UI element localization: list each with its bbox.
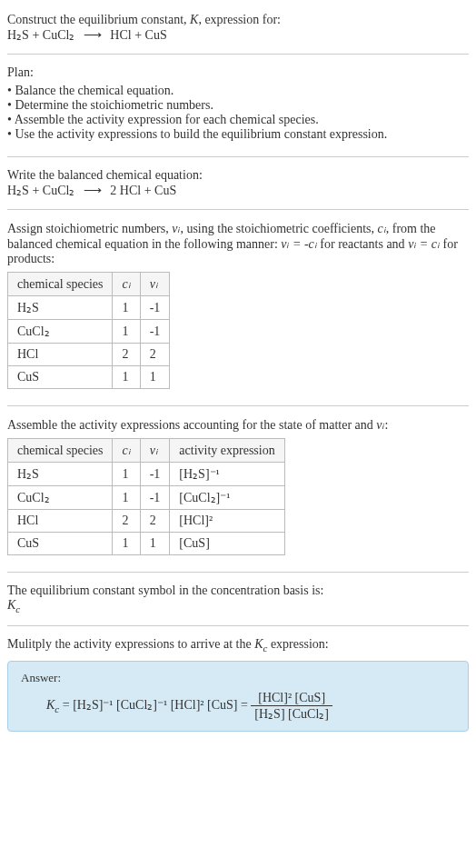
table-row: H₂S1-1[H₂S]⁻¹ (8, 463, 285, 486)
th-species: chemical species (8, 439, 113, 463)
basis-section: The equilibrium constant symbol in the c… (7, 578, 469, 620)
cell: HCl (8, 510, 113, 533)
cell: [HCl]² (170, 510, 284, 533)
intro-equation: H₂S + CuCl₂ ⟶ HCl + CuS (7, 28, 167, 42)
arrow-icon: ⟶ (84, 27, 102, 43)
eq-lhs: H₂S + CuCl₂ (7, 184, 74, 197)
plan-item: Assemble the activity expression for eac… (7, 113, 469, 127)
rel2: νᵢ = cᵢ (408, 237, 440, 251)
cell: 1 (140, 366, 170, 389)
divider (7, 54, 469, 55)
fraction-denominator: [H₂S] [CuCl₂] (251, 706, 332, 722)
kc-k: K (7, 598, 15, 612)
cell: -1 (140, 320, 170, 344)
balanced-label: Write the balanced chemical equation: (7, 168, 469, 183)
nu-i: νᵢ (376, 418, 384, 432)
cell: CuS (8, 366, 113, 389)
table-row: H₂S1-1 (8, 296, 170, 320)
cell: 1 (113, 296, 140, 320)
kc: Kc (46, 698, 59, 712)
stoich-text: for reactants and (317, 237, 408, 251)
cell: [CuS] (170, 533, 284, 555)
cell: -1 (140, 463, 170, 486)
activity-text: Assemble the activity expressions accoun… (7, 418, 376, 432)
cell: 2 (140, 344, 170, 366)
activity-section: Assemble the activity expressions accoun… (7, 412, 469, 566)
basis-text: The equilibrium constant symbol in the c… (7, 584, 469, 598)
cell: -1 (140, 486, 170, 510)
stoich-table: chemical species cᵢ νᵢ H₂S1-1 CuCl₂1-1 H… (7, 272, 170, 389)
table-header-row: chemical species cᵢ νᵢ activity expressi… (8, 439, 285, 463)
cell: 1 (140, 533, 170, 555)
divider (7, 405, 469, 406)
balanced-equation: H₂S + CuCl₂ ⟶ 2 HCl + CuS (7, 184, 176, 197)
cell: [H₂S]⁻¹ (170, 463, 284, 486)
divider (7, 625, 469, 626)
plan-item: Balance the chemical equation. (7, 84, 469, 98)
th-species: chemical species (8, 273, 113, 296)
table-row: HCl22[HCl]² (8, 510, 285, 533)
multiply-text: expression: (267, 637, 328, 651)
kc-k: K (254, 637, 263, 651)
cell: [CuCl₂]⁻¹ (170, 486, 284, 510)
intro-text-a: Construct the equilibrium constant, (7, 13, 190, 26)
eq-rhs: 2 HCl + CuS (110, 184, 176, 197)
th-ci: cᵢ (113, 439, 140, 463)
kc-symbol: Kc (7, 598, 20, 612)
answer-box: Answer: Kc = [H₂S]⁻¹ [CuCl₂]⁻¹ [HCl]² [C… (7, 661, 469, 732)
eq-rhs: HCl + CuS (110, 28, 166, 42)
cell: CuCl₂ (8, 320, 113, 344)
th-nui: νᵢ (140, 439, 170, 463)
table-row: CuCl₂1-1 (8, 320, 170, 344)
plan-list: Balance the chemical equation. Determine… (7, 84, 469, 142)
answer-label: Answer: (21, 671, 455, 685)
activity-text: : (385, 418, 389, 432)
stoich-text: , using the stoichiometric coefficients, (180, 222, 377, 235)
divider (7, 156, 469, 157)
cell: 1 (113, 366, 140, 389)
cell: H₂S (8, 296, 113, 320)
arrow-icon: ⟶ (84, 183, 102, 198)
multiply-section: Mulitply the activity expressions to arr… (7, 632, 469, 737)
plan-item: Determine the stoichiometric numbers. (7, 98, 469, 113)
cell: 1 (113, 320, 140, 344)
kc-k: K (46, 698, 55, 712)
cell: 2 (113, 510, 140, 533)
cell: 1 (113, 533, 140, 555)
plan-title: Plan: (7, 65, 469, 80)
fraction-numerator: [HCl]² [CuS] (251, 691, 332, 706)
cell: HCl (8, 344, 113, 366)
stoich-section: Assign stoichiometric numbers, νᵢ, using… (7, 215, 469, 400)
cell: -1 (140, 296, 170, 320)
th-ci: cᵢ (113, 273, 140, 296)
cell: 1 (113, 463, 140, 486)
divider (7, 572, 469, 573)
cell: 2 (113, 344, 140, 366)
eq-lhs: H₂S + CuCl₂ (7, 28, 74, 42)
kc-expression: Kc = [H₂S]⁻¹ [CuCl₂]⁻¹ [HCl]² [CuS] = [H… (21, 691, 455, 722)
table-row: CuCl₂1-1[CuCl₂]⁻¹ (8, 486, 285, 510)
table-row: CuS11 (8, 366, 170, 389)
cell: CuCl₂ (8, 486, 113, 510)
c-i: cᵢ (378, 222, 386, 235)
intro-text-b: , expression for: (198, 13, 281, 26)
cell: H₂S (8, 463, 113, 486)
activity-table: chemical species cᵢ νᵢ activity expressi… (7, 438, 285, 555)
cell: 2 (140, 510, 170, 533)
cell: CuS (8, 533, 113, 555)
stoich-text: Assign stoichiometric numbers, (7, 222, 172, 235)
table-row: HCl22 (8, 344, 170, 366)
cell: 1 (113, 486, 140, 510)
table-row: CuS11[CuS] (8, 533, 285, 555)
kc-sub: c (15, 604, 20, 614)
multiply-text: Mulitply the activity expressions to arr… (7, 637, 254, 651)
fraction: [HCl]² [CuS][H₂S] [CuCl₂] (251, 691, 332, 722)
kc: Kc (254, 637, 267, 651)
intro-k: K (190, 13, 198, 26)
kc-eq: = [H₂S]⁻¹ [CuCl₂]⁻¹ [HCl]² [CuS] = (59, 698, 251, 712)
th-nui: νᵢ (140, 273, 170, 296)
intro-section: Construct the equilibrium constant, K, e… (7, 7, 469, 48)
rel1: νᵢ = -cᵢ (281, 237, 317, 251)
plan-section: Plan: Balance the chemical equation. Det… (7, 60, 469, 151)
divider (7, 209, 469, 210)
